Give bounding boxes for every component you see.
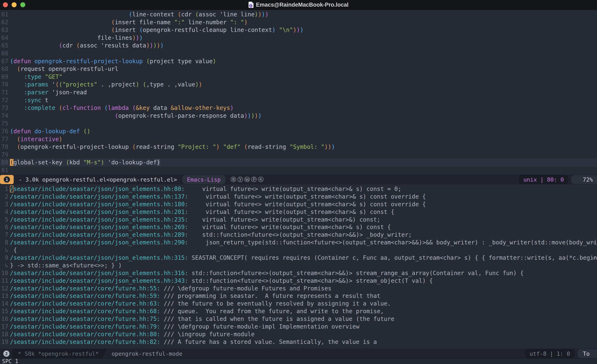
major-mode-indicator-2: opengrok-restful-mode [111, 350, 182, 357]
result-row[interactable]: 11/seastar/include/seastar/json/json_ele… [0, 277, 597, 285]
code-line[interactable]: 67(defun opengrok-restful-project-lookup… [0, 57, 597, 65]
titlebar: ε Emacs@RaindeMacBook-Pro.local [0, 0, 597, 10]
code-line[interactable]: 70 :params '(("projects" . ,project) (,t… [0, 81, 597, 88]
zoom-button[interactable] [20, 2, 25, 7]
code-line[interactable]: 76(defun do-lookup-def () [0, 127, 597, 135]
code-line[interactable]: 74 (opengrok-restful-parse-response data… [0, 112, 597, 120]
result-file-path: /seastar/include/seastar/json/json_eleme… [10, 270, 188, 277]
buffer-percent-2: To [578, 349, 597, 358]
code-line[interactable]: 80(global-set-key (kbd "M-s") 'do-lookup… [0, 158, 597, 166]
result-row[interactable]: 19/seastar/include/seastar/core/future.h… [0, 338, 597, 346]
code-line[interactable]: 66 [0, 49, 597, 57]
window-number-tab: 1 [0, 175, 14, 184]
result-row[interactable]: 16/seastar/include/seastar/core/future.h… [0, 315, 597, 323]
code-line[interactable]: 63 (insert (opengrok-restful-cleanup lin… [0, 26, 597, 34]
hollow-cursor: / [10, 186, 14, 192]
code-line[interactable]: 71 :parser 'json-read [0, 88, 597, 96]
result-row[interactable]: 13/seastar/include/seastar/core/future.h… [0, 292, 597, 300]
result-file-path: /seastar/include/seastar/core/future.hh:… [10, 300, 160, 307]
result-file-path: /seastar/include/seastar/json/json_eleme… [10, 193, 188, 200]
result-row[interactable]: 5/seastar/include/seastar/json/json_elem… [0, 216, 597, 224]
result-file-path: /seastar/include/seastar/json/json_eleme… [10, 231, 188, 238]
buffer-info: - 3.0k opengrok-restful.el<opengrok-rest… [19, 176, 177, 183]
minimize-button[interactable] [12, 2, 16, 7]
code-line[interactable]: 62 (insert file-name ":" line-number ": … [0, 18, 597, 26]
result-file-path: /seastar/include/seastar/json/json_eleme… [10, 201, 188, 208]
result-file-path: /seastar/include/seastar/core/future.hh:… [10, 323, 160, 330]
buffer-percent: 72% [571, 175, 597, 184]
result-row[interactable]: 10/seastar/include/seastar/json/json_ele… [0, 269, 597, 277]
close-button[interactable] [3, 2, 8, 7]
modeline-bottom: 2 * 58k *opengrok-restful* opengrok-rest… [0, 349, 597, 358]
result-file-path: /seastar/include/seastar/core/future.hh:… [10, 316, 160, 322]
result-row[interactable]: 8↩/seastar/include/seastar/json/json_ele… [0, 239, 597, 246]
code-line[interactable]: 61 (line-context (cdr (assoc 'line line)… [0, 11, 597, 18]
result-row[interactable]: 15/seastar/include/seastar/core/future.h… [0, 308, 597, 315]
result-file-path: /seastar/include/seastar/json/json_eleme… [10, 224, 188, 230]
code-line[interactable]: 79 [0, 151, 597, 159]
result-continuation-row[interactable]: ↳ { [0, 246, 597, 254]
echo-area[interactable]: SPC 1 [0, 358, 597, 364]
encoding-cursor-position: utf-8 | 1: 0 [525, 349, 575, 358]
code-line[interactable]: 75 [0, 120, 597, 127]
result-file-path: /seastar/include/seastar/json/json_eleme… [10, 239, 188, 246]
editor-pane[interactable]: 61 (line-context (cdr (assoc 'line line)… [0, 10, 597, 175]
code-line[interactable]: 69 :type "GET" [0, 73, 597, 81]
result-row[interactable]: 12/seastar/include/seastar/core/future.h… [0, 285, 597, 293]
result-file-path: /seastar/include/seastar/json/json_eleme… [10, 216, 188, 223]
result-file-path: /seastar/include/seastar/json/json_eleme… [10, 208, 188, 215]
modeline-top: 1 - 3.0k opengrok-restful.el<opengrok-re… [0, 175, 597, 184]
result-file-path: /seastar/include/seastar/core/future.hh:… [10, 331, 160, 338]
code-line[interactable]: 78 (opengrok-restful-project-lookup (rea… [0, 143, 597, 151]
code-line[interactable]: 77 (interactive) [0, 135, 597, 143]
result-file-path: /seastar/include/seastar/json/json_eleme… [10, 254, 188, 261]
code-line[interactable]: 65 (cdr (assoc 'results data))))) [0, 42, 597, 49]
result-row[interactable]: 17/seastar/include/seastar/core/future.h… [0, 323, 597, 331]
result-row[interactable]: 1/seastar/include/seastar/json/json_elem… [0, 185, 597, 193]
code-line[interactable]: 73 :complete (cl-function (lambda (&key … [0, 104, 597, 112]
code-line[interactable]: 81 [0, 166, 597, 174]
result-file-path: /seastar/include/seastar/core/future.hh:… [10, 285, 160, 292]
wrap-indicator-icon: ↳ [0, 262, 10, 269]
result-row[interactable]: 9↩/seastar/include/seastar/json/json_ele… [0, 254, 597, 262]
result-file-path: /seastar/include/seastar/core/future.hh:… [10, 308, 160, 315]
major-mode-indicator: Emacs-Lisp [182, 175, 225, 184]
wrap-indicator-icon: ↳ [0, 246, 10, 254]
code-line[interactable]: 72 :sync t [0, 96, 597, 104]
result-file-path: /seastar/include/seastar/json/json_eleme… [10, 186, 185, 192]
window-number-badge-2: 2 [3, 350, 9, 357]
result-row[interactable]: 3/seastar/include/seastar/json/json_elem… [0, 201, 597, 208]
result-row[interactable]: 14/seastar/include/seastar/core/future.h… [0, 300, 597, 308]
code-line[interactable]: 64 file-lines))) [0, 34, 597, 42]
results-pane[interactable]: 1/seastar/include/seastar/json/json_elem… [0, 184, 597, 349]
result-file-path: /seastar/include/seastar/json/json_eleme… [10, 277, 188, 284]
minor-mode-badges: ⓐⓨⓌⓟⓀ [231, 176, 265, 183]
result-file-path: /seastar/include/seastar/core/future.hh:… [10, 339, 160, 345]
traffic-lights [3, 0, 25, 9]
result-row[interactable]: 18/seastar/include/seastar/core/future.h… [0, 331, 597, 338]
window-title: Emacs@RaindeMacBook-Pro.local [256, 2, 348, 8]
buffer-info-2: * 58k *opengrok-restful* [12, 349, 107, 358]
code-line[interactable]: 68 (request opengrok-restful-url [0, 65, 597, 73]
result-row[interactable]: 4/seastar/include/seastar/json/json_elem… [0, 208, 597, 216]
result-row[interactable]: 2/seastar/include/seastar/json/json_elem… [0, 193, 597, 201]
result-continuation-row[interactable]: ↳} -> std::same_as<future<>>; } ) [0, 262, 597, 269]
emacs-document-icon: ε [249, 2, 253, 8]
window-number-badge: 1 [4, 176, 10, 183]
result-row[interactable]: 6/seastar/include/seastar/json/json_elem… [0, 223, 597, 231]
eol-cursor-position: unix | 80: 0 [519, 175, 568, 184]
result-file-path: /seastar/include/seastar/core/future.hh:… [10, 293, 160, 299]
result-row[interactable]: 7/seastar/include/seastar/json/json_elem… [0, 231, 597, 239]
